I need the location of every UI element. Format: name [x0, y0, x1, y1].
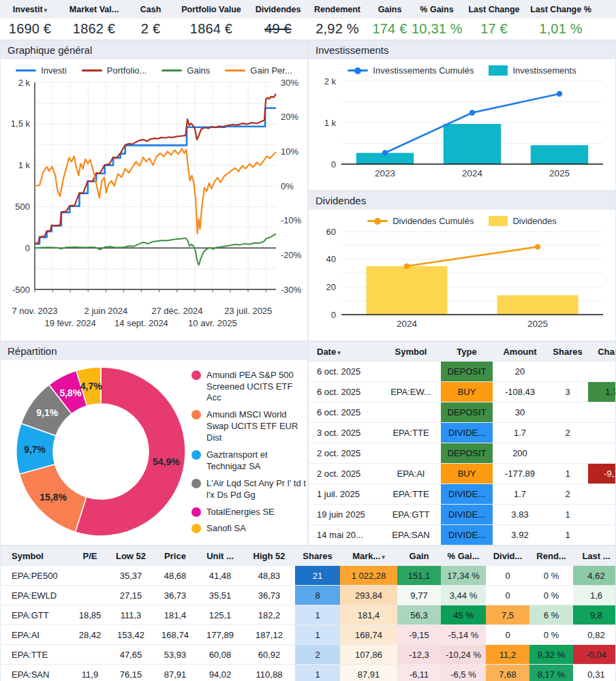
- legend-item-portfolio-[interactable]: Portfolio...: [82, 65, 147, 76]
- y-axis-labels: 2 k1 k0: [324, 77, 337, 170]
- metric-label-8[interactable]: Last Change: [462, 5, 526, 14]
- metric-label-7[interactable]: % Gains: [412, 5, 462, 14]
- legend-item-dividendes[interactable]: Dividendes: [489, 216, 556, 226]
- pos-cell: 8: [295, 586, 340, 605]
- legend-item-gains[interactable]: Gains: [161, 65, 210, 76]
- pos-col-header-p-e[interactable]: P/E: [72, 546, 108, 566]
- metric-label-5[interactable]: Rendement: [307, 5, 368, 14]
- tx-cell: [381, 402, 441, 423]
- svg-text:40: 40: [326, 254, 336, 264]
- legend-item-gain-per--swatch: [225, 69, 245, 72]
- panel-repartition: Répartition 54,9%15,8%9,7%9,1%5,8%4,7% A…: [0, 341, 308, 545]
- pos-cell: 87,91: [153, 665, 197, 681]
- tx-col-header-type[interactable]: Type: [441, 342, 493, 362]
- pos-cell: 94,02: [197, 665, 243, 681]
- pos-col-header--gai-[interactable]: % Gai...: [441, 546, 486, 566]
- pos-col-header-low-52[interactable]: Low 52: [108, 546, 153, 566]
- right-charts-column: Investissements Investissements CumulésI…: [308, 40, 616, 341]
- metric-label-0[interactable]: Investit▾: [0, 5, 60, 14]
- legend-item-gain-per-[interactable]: Gain Per...: [225, 65, 292, 76]
- positions-table-body: EPA:PE50035,3748,6841,4848,83211 022,281…: [1, 566, 616, 681]
- tx-cell: -177.89: [493, 464, 547, 484]
- donut-legend-item-0[interactable]: Amundi PEA S&P 500 Screened UCITS ETF Ac…: [191, 370, 306, 405]
- pos-col-header-gain[interactable]: Gain: [397, 546, 441, 566]
- pos-cell: 76,15: [108, 665, 153, 681]
- pos-col-header-mark-[interactable]: Mark...▾: [340, 546, 397, 566]
- svg-text:-500: -500: [12, 285, 30, 295]
- pos-cell: 111,3: [108, 605, 153, 625]
- positions-table-head: SymbolP/ELow 52PriceUnit ...High 52Share…: [1, 546, 616, 566]
- pos-cell: 6 %: [529, 605, 573, 625]
- tx-cell: [381, 545, 441, 546]
- pos-cell: 4,62: [573, 566, 616, 586]
- donut-legend-dot-3: [191, 479, 201, 488]
- tx-col-header-symbol[interactable]: Symbol: [381, 342, 441, 362]
- repartition-legend: Amundi PEA S&P 500 Screened UCITS ETF Ac…: [191, 370, 306, 535]
- type-badge: DIVIDE...: [441, 545, 493, 546]
- svg-text:2024: 2024: [397, 319, 418, 329]
- position-symbol: EPA:GTT: [1, 605, 72, 625]
- metric-label-9[interactable]: Last Change %: [526, 5, 596, 14]
- pos-cell: 168,74: [340, 625, 397, 645]
- pos-cell: 107,86: [340, 645, 397, 665]
- legend-item-investi[interactable]: Investi: [16, 65, 67, 76]
- pos-cell: 1,6: [573, 586, 616, 605]
- tx-col-header-date[interactable]: Date▾: [309, 342, 381, 362]
- legend-item-investi-swatch: [16, 69, 36, 72]
- legend-item-dividendes-cumul-s[interactable]: Dividendes Cumulés: [367, 216, 474, 226]
- donut-legend-item-4[interactable]: TotalEnergies SE: [191, 507, 306, 518]
- tx-col-header-amount[interactable]: Amount: [493, 342, 547, 362]
- pos-col-header-shares[interactable]: Shares: [295, 546, 340, 566]
- donut-legend-label-3: L'Air Lqd Sct Any Pr l' td t l'x Ds Pd G…: [206, 478, 306, 501]
- pos-cell: 153,42: [108, 625, 153, 645]
- svg-text:19 févr. 2024: 19 févr. 2024: [44, 318, 95, 328]
- pos-col-header-unit-[interactable]: Unit ...: [197, 546, 243, 566]
- donut-legend-item-2[interactable]: Gaztransport et Technigaz SA: [191, 449, 306, 473]
- donut-legend-item-5[interactable]: Sanofi SA: [191, 523, 306, 535]
- pos-col-header-rend-[interactable]: Rend...: [529, 546, 573, 566]
- legend-item-investissements[interactable]: Investissements: [489, 65, 576, 76]
- tx-cell: EPA:EW...: [381, 382, 441, 402]
- tx-cell: 2: [547, 423, 588, 443]
- type-badge: DIVIDE...: [441, 505, 493, 525]
- donut-slice-label-5: 4,7%: [80, 381, 102, 392]
- pos-cell: 177,89: [197, 625, 243, 645]
- pos-cell: 0 %: [529, 586, 573, 605]
- pos-col-header-last-[interactable]: Last ...: [573, 546, 616, 566]
- metric-label-3[interactable]: Portfolio Value: [173, 5, 249, 14]
- pos-col-header-symbol[interactable]: Symbol: [1, 546, 72, 566]
- tx-cell: [588, 402, 616, 423]
- pos-cell: 110,88: [243, 665, 295, 681]
- metric-label-6[interactable]: Gains: [368, 5, 412, 14]
- bar-2024: [444, 124, 501, 164]
- legend-item-investissements-swatch: [489, 65, 508, 76]
- svg-text:1 k: 1 k: [18, 160, 31, 170]
- pos-cell: 48,83: [243, 566, 295, 586]
- dividends-chart: 604020020242025: [309, 227, 615, 337]
- donut-legend-item-3[interactable]: L'Air Lqd Sct Any Pr l' td t l'x Ds Pd G…: [191, 478, 306, 501]
- metric-label-2[interactable]: Cash: [128, 5, 173, 14]
- legend-item-investissements-cumul-s[interactable]: Investissements Cumulés: [348, 65, 474, 76]
- left-axis-labels: 2 k1,5 k1 k5000-500: [11, 78, 31, 295]
- pos-col-header-price[interactable]: Price: [153, 546, 197, 566]
- transaction-row-3: 3 oct. 2025EPA:TTEDIVIDE...1.72: [309, 423, 616, 443]
- donut-slice-label-3: 9,1%: [36, 407, 58, 418]
- donut-legend-item-1[interactable]: Amundi MSCI World Swap UCITS ETF EUR Dis…: [191, 409, 306, 444]
- svg-text:1,5 k: 1,5 k: [11, 118, 31, 129]
- pos-cell: 0: [486, 625, 529, 645]
- general-chart-legend: InvestiPortfolio...GainsGain Per...: [1, 59, 307, 77]
- tx-cell: [547, 402, 588, 423]
- metric-label-4[interactable]: Dividendes: [249, 5, 307, 14]
- dividendes-chart-svg: 604020020242025: [309, 227, 615, 335]
- panel-dividends-chart: Dividendes Dividendes CumulésDividendes …: [308, 191, 616, 341]
- pos-col-header-high-52[interactable]: High 52: [243, 546, 295, 566]
- metric-label-1[interactable]: Market Val...: [60, 5, 128, 14]
- tx-col-header-shares[interactable]: Shares: [547, 342, 588, 362]
- tx-col-header-change[interactable]: Change: [588, 342, 616, 362]
- pos-cell: 1: [295, 625, 340, 645]
- pos-col-header-divid-[interactable]: Divid...: [486, 546, 529, 566]
- metric-value-4: 49 €: [249, 21, 307, 37]
- pos-cell: 53,93: [153, 645, 197, 665]
- donut-legend-dot-5: [191, 524, 201, 533]
- pos-cell: 7,68: [486, 665, 529, 681]
